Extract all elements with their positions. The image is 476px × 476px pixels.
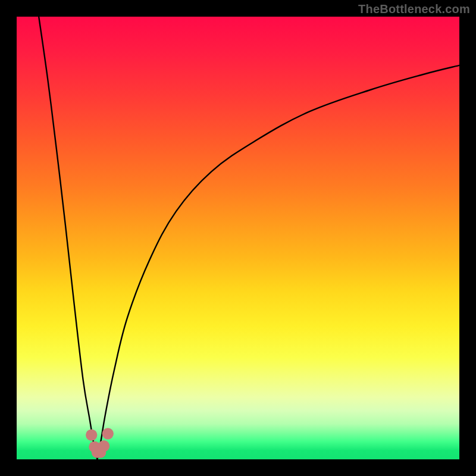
chart-svg bbox=[17, 17, 459, 459]
outer-frame: TheBottleneck.com bbox=[0, 0, 476, 476]
curve-right-branch bbox=[97, 65, 459, 459]
dot-right-lower bbox=[98, 440, 109, 452]
dot-right-upper bbox=[102, 428, 114, 439]
plot-area bbox=[17, 17, 459, 459]
watermark-text: TheBottleneck.com bbox=[358, 2, 470, 16]
marker-dots-group bbox=[86, 428, 114, 458]
dot-left-upper bbox=[86, 429, 97, 440]
curve-left-branch bbox=[39, 17, 97, 459]
